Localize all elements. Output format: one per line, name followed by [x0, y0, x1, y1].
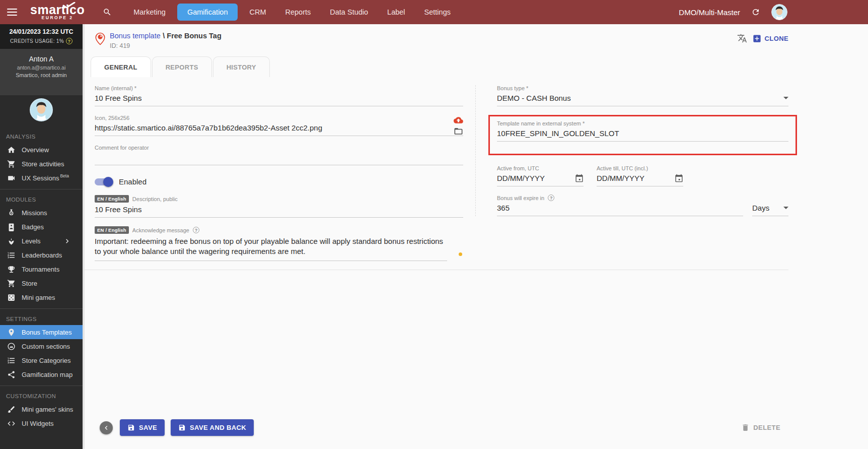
search-icon[interactable]	[103, 8, 112, 17]
calendar-icon[interactable]	[675, 174, 683, 182]
sidebar-item-levels[interactable]: Levels	[0, 234, 83, 248]
sidebar-item-tournaments[interactable]: Tournaments	[0, 262, 83, 276]
badge-icon	[7, 223, 16, 231]
credits-help-icon[interactable]: ?	[66, 38, 73, 44]
sidebar-item-badges[interactable]: Badges	[0, 220, 83, 234]
refresh-icon[interactable]	[751, 8, 760, 17]
menu-icon[interactable]	[7, 9, 17, 16]
sidebar-item-store[interactable]: Store	[0, 276, 83, 290]
tab-general[interactable]: GENERAL	[91, 56, 151, 77]
expire-field: Bonus will expire in ? 365 Days	[497, 195, 788, 216]
icon-url-field[interactable]: Icon, 256x256 https://static.smartico.ai…	[95, 115, 463, 136]
delete-button[interactable]: DELETE	[741, 423, 780, 432]
sidebar-avatar[interactable]	[30, 98, 53, 121]
name-internal-field[interactable]: Name (internal) * 10 Free Spins	[95, 85, 463, 106]
logo-check-icon	[62, 1, 76, 10]
expire-help-icon[interactable]: ?	[548, 195, 554, 201]
sidebar-item-leaderboards[interactable]: Leaderboards	[0, 248, 83, 262]
sidebar: 24/01/2023 12:32 UTC CREDITS USAGE: 1% ?…	[0, 24, 85, 449]
comment-input[interactable]	[95, 151, 463, 165]
account-switcher[interactable]: DMO/Multi-Master	[679, 8, 740, 17]
sidebar-item-mini-games[interactable]: Mini games	[0, 290, 83, 304]
nav-gamification[interactable]: Gamification	[177, 4, 238, 21]
template-name-input[interactable]: 10FREE_SPIN_IN_GOLDEN_SLOT	[497, 126, 788, 142]
save-icon	[178, 424, 186, 431]
breadcrumb-link[interactable]: Bonus template	[110, 32, 161, 40]
section-title: ANALYSIS	[0, 130, 83, 143]
save-button[interactable]: SAVE	[120, 419, 165, 436]
language-badge[interactable]: EN / English	[95, 226, 129, 234]
sidebar-item-overview[interactable]: Overview	[0, 143, 83, 157]
translate-icon[interactable]	[737, 33, 747, 43]
save-and-back-button[interactable]: SAVE AND BACK	[171, 419, 254, 436]
tab-history[interactable]: HISTORY	[213, 56, 270, 77]
trophy-icon	[7, 265, 16, 274]
folder-icon[interactable]	[454, 126, 463, 136]
expire-value-input[interactable]: 365	[497, 201, 743, 216]
sidebar-item-label: Gamification map	[22, 371, 73, 378]
sidebar-item-label: Store Categories	[22, 357, 71, 364]
trash-icon	[741, 423, 750, 432]
sidebar-item-label: Mini games' skins	[22, 406, 73, 413]
sidebar-section-modules: MODULES Missions Badges Levels Leaderboa…	[0, 189, 83, 308]
sidebar-item-ux-sessions[interactable]: UX Sessions Beta	[0, 171, 83, 185]
user-avatar[interactable]	[771, 4, 787, 20]
add-box-icon	[752, 34, 762, 43]
name-internal-input[interactable]: 10 Free Spins	[95, 91, 463, 106]
sidebar-item-missions[interactable]: Missions	[0, 206, 83, 220]
calendar-icon[interactable]	[575, 174, 584, 182]
sidebar-item-label: UX Sessions	[22, 174, 59, 182]
language-badge[interactable]: EN / English	[95, 195, 129, 203]
sidebar-item-label: Tournaments	[22, 266, 59, 273]
logo[interactable]: smartico EUROPE 2	[30, 4, 85, 20]
nav-settings[interactable]: Settings	[417, 4, 458, 21]
section-title: CUSTOMIZATION	[0, 389, 83, 402]
template-name-field[interactable]: Template name in external system * 10FRE…	[497, 120, 788, 142]
nav-reports[interactable]: Reports	[278, 4, 319, 21]
nav-data-studio[interactable]: Data Studio	[322, 4, 376, 21]
sidebar-item-gamification-map[interactable]: Gamification map	[0, 367, 83, 381]
sidebar-datetime-block: 24/01/2023 12:32 UTC CREDITS USAGE: 1% ?	[0, 24, 83, 49]
dropdown-arrow-icon	[783, 207, 788, 209]
expire-unit-select[interactable]: Days	[752, 201, 788, 216]
breadcrumb-current: \ Free Bonus Tag	[163, 32, 222, 40]
bonus-type-select[interactable]: DEMO - CASH Bonus	[497, 91, 788, 106]
active-till-input[interactable]: DD/MM/YYYY	[597, 171, 683, 186]
sidebar-item-ui-widgets[interactable]: UI Widgets	[0, 416, 83, 430]
field-label: Acknowledge message	[132, 227, 189, 233]
sidebar-item-store-activities[interactable]: Store activities	[0, 157, 83, 171]
sidebar-item-mini-games-skins[interactable]: Mini games' skins	[0, 402, 83, 416]
sidebar-item-store-categories[interactable]: Store Categories	[0, 353, 83, 367]
sidebar-item-label: Store	[22, 280, 37, 287]
acknowledge-help-icon[interactable]: ?	[193, 227, 199, 233]
nav-crm[interactable]: CRM	[242, 4, 273, 21]
enabled-toggle[interactable]	[95, 178, 112, 185]
description-input[interactable]: 10 Free Spins	[95, 203, 463, 218]
cart-icon	[7, 279, 16, 288]
bonus-type-field[interactable]: Bonus type * DEMO - CASH Bonus	[497, 85, 788, 106]
sidebar-user-block: Anton A anton.a@smartico.ai Smartico, ro…	[0, 49, 83, 95]
cloud-upload-icon[interactable]	[454, 115, 463, 125]
tab-bar: GENERAL REPORTS HISTORY	[85, 56, 788, 77]
clone-button[interactable]: CLONE	[752, 34, 789, 43]
icon-url-input[interactable]: https://static.smartico.ai/88765a7a7b1b6…	[95, 121, 463, 136]
sidebar-item-custom-sections[interactable]: Custom sections	[0, 339, 83, 353]
comment-field[interactable]: Comment for operator	[95, 145, 463, 165]
videocam-icon	[7, 174, 16, 182]
description-field[interactable]: EN / English Description, public 10 Free…	[95, 195, 463, 218]
active-till-field[interactable]: Active till, UTC (incl.) DD/MM/YYYY	[597, 165, 683, 186]
field-label: Active from, UTC	[497, 165, 584, 171]
sidebar-item-bonus-templates[interactable]: Bonus Templates	[0, 325, 83, 339]
tab-reports[interactable]: REPORTS	[152, 56, 212, 77]
field-label: Active till, UTC (incl.)	[597, 165, 683, 171]
active-from-field[interactable]: Active from, UTC DD/MM/YYYY	[497, 165, 584, 186]
active-from-input[interactable]: DD/MM/YYYY	[497, 171, 584, 186]
acknowledge-input[interactable]: Important: redeeming a free bonus on top…	[95, 234, 447, 261]
field-label: Bonus type *	[497, 85, 788, 91]
back-button[interactable]	[100, 421, 113, 434]
footer-actions: SAVE SAVE AND BACK DELETE	[85, 419, 788, 436]
nav-marketing[interactable]: Marketing	[126, 4, 173, 21]
nav-label[interactable]: Label	[380, 4, 412, 21]
acknowledge-field[interactable]: EN / English Acknowledge message ? Impor…	[95, 226, 463, 261]
chevron-left-icon	[102, 424, 110, 432]
